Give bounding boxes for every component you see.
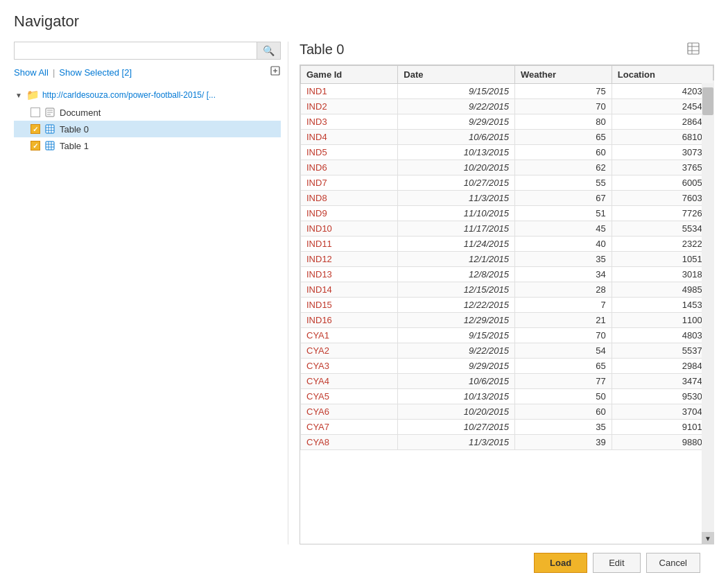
table-row: CYA811/3/20153998801 — [301, 435, 713, 450]
svg-rect-7 — [46, 125, 54, 133]
table-row: IND811/3/20156776039 — [301, 191, 713, 206]
table-cell: 9/29/2015 — [398, 359, 515, 374]
table-cell: CYA1 — [301, 328, 398, 343]
export-button[interactable] — [270, 65, 281, 79]
table-cell: 67 — [514, 191, 612, 206]
col-header-location: Location — [612, 66, 713, 84]
table-row: IND29/22/20157024540 — [301, 99, 713, 114]
table-cell: 10/6/2015 — [398, 130, 515, 145]
table-cell: 11/3/2015 — [398, 191, 515, 206]
tree-item-table1[interactable]: Table 1 — [14, 137, 281, 154]
document-checkbox[interactable] — [31, 108, 40, 117]
load-button[interactable]: Load — [534, 553, 587, 573]
table-cell: 10/13/2015 — [398, 389, 515, 404]
cancel-button[interactable]: Cancel — [646, 553, 700, 573]
table-row: CYA29/22/20155455372 — [301, 343, 713, 359]
table-cell: CYA8 — [301, 435, 398, 450]
table-header-row: Game Id Date Weather Location — [301, 66, 713, 84]
table-cell: 55 — [514, 175, 612, 191]
table0-label: Table 0 — [60, 124, 89, 135]
search-box: 🔍 — [14, 42, 281, 60]
document-label: Document — [60, 108, 101, 118]
table-row: CYA510/13/20155095301 — [301, 389, 713, 404]
folder-arrow: ▼ — [15, 92, 22, 99]
table-row: CYA39/29/20156529841 — [301, 359, 713, 374]
table-cell: IND12 — [301, 252, 398, 267]
folder-icon: 📁 — [26, 89, 40, 101]
scrollbar[interactable]: ▲ ▼ — [702, 68, 714, 544]
table-cell: 9/22/2015 — [398, 99, 515, 114]
table0-checkbox[interactable] — [31, 124, 40, 134]
table-cell: 34741 — [612, 374, 713, 389]
table-cell: 65 — [514, 359, 612, 374]
filter-bar: Show All | Show Selected [2] — [14, 65, 281, 79]
svg-rect-17 — [688, 43, 699, 54]
table-cell: 10512 — [612, 252, 713, 267]
table-cell: IND5 — [301, 145, 398, 160]
table-cell: 11/3/2015 — [398, 435, 515, 450]
table-cell: 28641 — [612, 114, 713, 130]
table-cell: 37040 — [612, 404, 713, 420]
folder-label: http://carldesouza.com/power-football-20… — [42, 90, 216, 100]
col-header-gameid: Game Id — [301, 66, 398, 84]
table-row: CYA19/15/20157048035 — [301, 328, 713, 343]
table-cell: 55347 — [612, 221, 713, 237]
table-cell: 49855 — [612, 282, 713, 298]
preview-actions — [686, 42, 700, 59]
table-row: IND710/27/20155560056 — [301, 175, 713, 191]
table-cell: IND13 — [301, 267, 398, 282]
scroll-thumb[interactable] — [702, 87, 713, 115]
table-cell: 29841 — [612, 359, 713, 374]
table-cell: IND1 — [301, 84, 398, 99]
table-cell: 12/29/2015 — [398, 313, 515, 328]
table-row: IND39/29/20158028641 — [301, 114, 713, 130]
table-cell: 23228 — [612, 237, 713, 252]
show-selected-link[interactable]: Show Selected [2] — [59, 67, 132, 78]
data-table-wrapper[interactable]: Game Id Date Weather Location IND19/15/2… — [300, 65, 714, 544]
table-cell: IND11 — [301, 237, 398, 252]
table-cell: CYA6 — [301, 404, 398, 420]
table-cell: IND10 — [301, 221, 398, 237]
table-row: CYA610/20/20156037040 — [301, 404, 713, 420]
tree-item-table0[interactable]: Table 0 — [14, 121, 281, 137]
table-cell: 68107 — [612, 130, 713, 145]
search-input[interactable] — [15, 43, 257, 59]
table-row: IND610/20/20156237659 — [301, 160, 713, 175]
table-cell: 21 — [514, 313, 612, 328]
table-cell: 9/15/2015 — [398, 328, 515, 343]
preview-icon-button[interactable] — [686, 42, 700, 59]
table-cell: 10/27/2015 — [398, 175, 515, 191]
data-table: Game Id Date Weather Location IND19/15/2… — [300, 65, 713, 450]
table-cell: IND2 — [301, 99, 398, 114]
table-cell: 70 — [514, 99, 612, 114]
footer: Load Edit Cancel — [14, 544, 714, 584]
scroll-down-button[interactable]: ▼ — [702, 532, 714, 544]
show-all-link[interactable]: Show All — [14, 67, 49, 78]
table-cell: 7 — [514, 298, 612, 313]
table-row: IND1512/22/2015714534 — [301, 298, 713, 313]
table-cell: 42031 — [612, 84, 713, 99]
table-cell: 11/24/2015 — [398, 237, 515, 252]
search-button[interactable]: 🔍 — [257, 42, 280, 59]
table-cell: 60 — [514, 404, 612, 420]
table-cell: 11/17/2015 — [398, 221, 515, 237]
tree-folder[interactable]: ▼ 📁 http://carldesouza.com/power-footbal… — [14, 86, 281, 104]
tree-item-document[interactable]: Document — [14, 104, 281, 121]
content-area: 🔍 Show All | Show Selected [2] ▼ — [14, 42, 714, 544]
table-cell: 11003 — [612, 313, 713, 328]
table-cell: 77 — [514, 374, 612, 389]
table1-checkbox[interactable] — [31, 141, 40, 151]
table-cell: 98801 — [612, 435, 713, 450]
table0-icon — [44, 123, 55, 135]
table-cell: 91010 — [612, 420, 713, 435]
table-cell: IND3 — [301, 114, 398, 130]
table-cell: 65 — [514, 130, 612, 145]
table-cell: 60056 — [612, 175, 713, 191]
table-cell: 35 — [514, 420, 612, 435]
edit-button[interactable]: Edit — [593, 553, 640, 573]
table-cell: 10/27/2015 — [398, 420, 515, 435]
right-panel: Table 0 Game Id Date — [288, 42, 714, 544]
table-cell: 10/20/2015 — [398, 160, 515, 175]
table-cell: IND16 — [301, 313, 398, 328]
document-icon — [44, 107, 55, 118]
